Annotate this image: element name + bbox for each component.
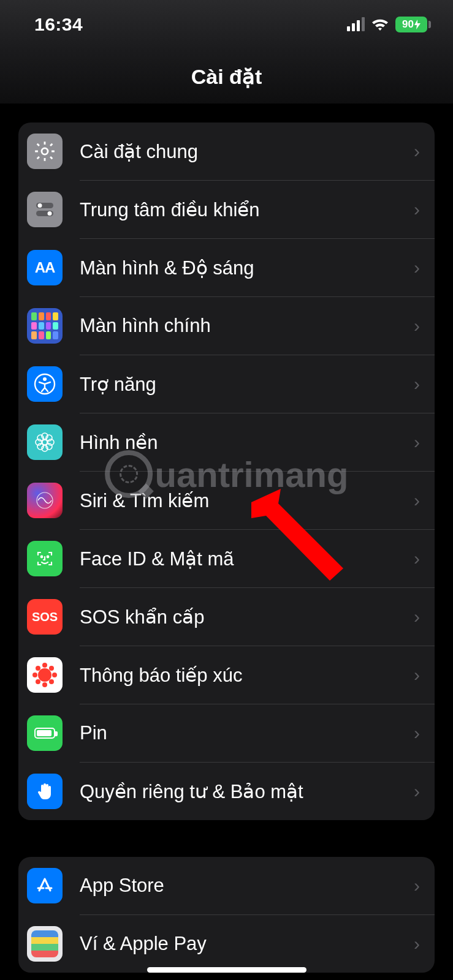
row-label: Trợ năng: [80, 373, 414, 396]
row-general[interactable]: Cài đặt chung ›: [18, 123, 435, 180]
row-label: Thông báo tiếp xúc: [80, 664, 414, 687]
appstore-icon: [27, 868, 63, 903]
wallet-icon: [27, 926, 63, 962]
icon-text: SOS: [32, 610, 58, 624]
svg-point-4: [48, 211, 52, 216]
row-siri-search[interactable]: Siri & Tìm kiếm ›: [18, 472, 435, 529]
settings-group-2: App Store › Ví & Apple Pay ›: [18, 857, 435, 973]
row-label: Ví & Apple Pay: [80, 933, 414, 955]
faceid-icon: [27, 541, 63, 576]
hand-icon: [27, 774, 63, 809]
svg-point-6: [43, 377, 47, 381]
settings-group-1: Cài đặt chung › Trung tâm điều khiển › A…: [18, 123, 435, 820]
chevron-right-icon: ›: [414, 875, 420, 896]
home-indicator[interactable]: [147, 967, 306, 973]
svg-point-17: [41, 556, 43, 558]
app-grid-icon: [27, 308, 63, 344]
page-title: Cài đặt: [0, 49, 453, 104]
row-label: Pin: [80, 722, 414, 744]
settings-content: Cài đặt chung › Trung tâm điều khiển › A…: [18, 123, 435, 980]
cellular-icon: [347, 18, 365, 31]
chevron-right-icon: ›: [414, 374, 420, 394]
row-wallet-applepay[interactable]: Ví & Apple Pay ›: [18, 915, 435, 973]
row-label: Hình nền: [80, 431, 414, 454]
row-label: SOS khẩn cấp: [80, 606, 414, 628]
status-right: 90: [347, 17, 431, 32]
row-battery[interactable]: Pin ›: [18, 704, 435, 762]
svg-marker-19: [251, 489, 343, 581]
icon-text: AA: [35, 259, 55, 276]
annotation-arrow-icon: [251, 489, 349, 589]
chevron-right-icon: ›: [414, 315, 420, 336]
row-control-center[interactable]: Trung tâm điều khiển ›: [18, 181, 435, 238]
chevron-right-icon: ›: [414, 548, 420, 569]
row-label: Trung tâm điều khiển: [80, 198, 414, 221]
chevron-right-icon: ›: [414, 933, 420, 954]
battery-icon: 90: [395, 17, 431, 32]
svg-point-7: [42, 440, 47, 445]
chevron-right-icon: ›: [414, 199, 420, 220]
row-app-store[interactable]: App Store ›: [18, 857, 435, 914]
chevron-right-icon: ›: [414, 432, 420, 453]
row-label: Cài đặt chung: [80, 140, 414, 163]
row-home-screen[interactable]: Màn hình chính ›: [18, 297, 435, 355]
chevron-right-icon: ›: [414, 606, 420, 627]
gear-icon: [27, 134, 63, 169]
chevron-right-icon: ›: [414, 723, 420, 744]
row-display-brightness[interactable]: AA Màn hình & Độ sáng ›: [18, 239, 435, 296]
chevron-right-icon: ›: [414, 141, 420, 162]
row-label: App Store: [80, 875, 414, 897]
chevron-right-icon: ›: [414, 665, 420, 685]
status-time: 16:34: [34, 14, 83, 35]
battery-row-icon: [27, 715, 63, 751]
flower-icon: [27, 424, 63, 460]
siri-icon: [27, 483, 63, 518]
row-label: Siri & Tìm kiếm: [80, 489, 414, 512]
row-label: Màn hình chính: [80, 315, 414, 337]
battery-percent: 90: [402, 18, 414, 31]
row-emergency-sos[interactable]: SOS SOS khẩn cấp ›: [18, 588, 435, 646]
svg-point-18: [47, 556, 49, 558]
sos-icon: SOS: [27, 599, 63, 635]
row-label: Face ID & Mật mã: [80, 548, 414, 570]
chevron-right-icon: ›: [414, 490, 420, 511]
chevron-right-icon: ›: [414, 257, 420, 278]
svg-point-0: [42, 148, 48, 154]
chevron-right-icon: ›: [414, 781, 420, 802]
row-label: Quyền riêng tư & Bảo mật: [80, 780, 414, 803]
row-wallpaper[interactable]: Hình nền ›: [18, 413, 435, 471]
row-faceid-passcode[interactable]: Face ID & Mật mã ›: [18, 530, 435, 587]
status-bar: 16:34 90: [0, 0, 453, 49]
row-privacy-security[interactable]: Quyền riêng tư & Bảo mật ›: [18, 763, 435, 820]
accessibility-icon: [27, 366, 63, 402]
wifi-icon: [371, 18, 389, 31]
text-size-icon: AA: [27, 250, 63, 285]
exposure-icon: [27, 657, 63, 693]
row-exposure-notification[interactable]: Thông báo tiếp xúc ›: [18, 646, 435, 704]
row-accessibility[interactable]: Trợ năng ›: [18, 355, 435, 413]
toggles-icon: [27, 192, 63, 227]
row-label: Màn hình & Độ sáng: [80, 257, 414, 279]
svg-point-2: [38, 203, 42, 208]
